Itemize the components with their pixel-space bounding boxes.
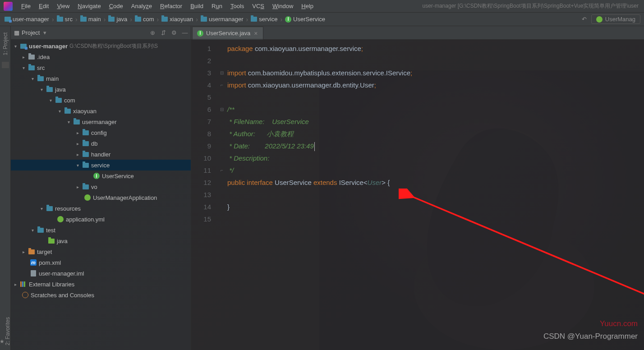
locate-icon[interactable]: ⊕ xyxy=(149,30,156,36)
editor-tab-userservice[interactable]: I UserService.java × xyxy=(192,27,263,39)
tree-vo[interactable]: ▸vo xyxy=(11,181,191,192)
tree-userservice[interactable]: ▸IUserService xyxy=(11,170,191,181)
crumb-main[interactable]: main xyxy=(79,16,102,23)
project-panel: ▦ Project ▾ ⊕ ⇵ ⚙ — ▾user-managerG:\CSDN… xyxy=(11,26,191,350)
intellij-icon xyxy=(4,2,13,11)
menu-view[interactable]: View xyxy=(53,0,74,12)
menu-tools[interactable]: Tools xyxy=(226,0,248,12)
menu-code[interactable]: Code xyxy=(105,0,127,12)
crumb-service[interactable]: service xyxy=(250,16,278,23)
tree-target[interactable]: ▸target xyxy=(11,246,191,257)
menubar: File Edit View Navigate Code Analyze Ref… xyxy=(0,0,644,13)
menu-file[interactable]: File xyxy=(17,0,35,12)
tree-xiaoyuan[interactable]: ▾xiaoyuan xyxy=(11,106,191,116)
crumb-com[interactable]: com xyxy=(134,16,155,23)
menu-window[interactable]: Window xyxy=(268,0,297,12)
crumb-src[interactable]: src xyxy=(56,16,74,23)
left-tool-strip: 1: Project 2: Favorites xyxy=(0,26,11,350)
crumb-usermanager[interactable]: usermanager xyxy=(200,16,244,23)
tree-iml[interactable]: ▸user-manager.iml xyxy=(11,268,191,279)
menu-build[interactable]: Build xyxy=(186,0,207,12)
back-nav-icon[interactable]: ↶ xyxy=(581,16,588,23)
tree-service[interactable]: ▾service xyxy=(11,160,191,170)
tool-structure-icon[interactable] xyxy=(2,62,9,68)
close-tab-icon[interactable]: × xyxy=(253,30,258,37)
tree-usermanager[interactable]: ▾usermanager xyxy=(11,116,191,127)
tree-test[interactable]: ▾test xyxy=(11,225,191,235)
tree-app-class[interactable]: ▸UserManagerApplication xyxy=(11,192,191,203)
tree-db[interactable]: ▸db xyxy=(11,138,191,149)
project-tree[interactable]: ▾user-managerG:\CSDN教程\SpringBoot项目系列\S … xyxy=(11,40,191,350)
spring-boot-icon xyxy=(596,16,603,23)
project-view-dropdown-icon[interactable]: ▾ xyxy=(43,29,46,36)
tool-favorites-tab[interactable]: 2: Favorites xyxy=(0,314,11,348)
tree-main[interactable]: ▾main xyxy=(11,73,191,84)
menu-edit[interactable]: Edit xyxy=(35,0,53,12)
tree-scratches[interactable]: ▸Scratches and Consoles xyxy=(11,290,191,300)
run-configuration[interactable]: UserManag xyxy=(591,14,640,24)
settings-icon[interactable]: ⚙ xyxy=(171,30,177,36)
tree-resources[interactable]: ▾resources xyxy=(11,203,191,214)
crumb-xiaoyuan[interactable]: xiaoyuan xyxy=(161,16,194,23)
tree-application-yml[interactable]: ▸application.yml xyxy=(11,214,191,225)
project-panel-header: ▦ Project ▾ ⊕ ⇵ ⚙ — xyxy=(11,26,191,40)
project-panel-title: Project xyxy=(22,29,40,36)
collapse-all-icon[interactable]: ⇵ xyxy=(160,30,166,36)
code-content[interactable]: package com.xiaoyuan.usermanager.service… xyxy=(225,40,644,350)
crumb-java[interactable]: java xyxy=(107,16,128,23)
text-caret xyxy=(314,142,315,151)
menu-refactor[interactable]: Refactor xyxy=(156,0,186,12)
tool-project-tab[interactable]: 1: Project xyxy=(2,30,9,58)
editor-tabbar: I UserService.java × xyxy=(191,26,644,40)
tree-com[interactable]: ▾com xyxy=(11,95,191,106)
tree-idea[interactable]: ▸.idea xyxy=(11,51,191,62)
tree-root[interactable]: ▾user-managerG:\CSDN教程\SpringBoot项目系列\S xyxy=(11,41,191,51)
menu-analyze[interactable]: Analyze xyxy=(127,0,156,12)
project-info-label: user-manager [G:\CSDN教程\SpringBoot项目系列\S… xyxy=(423,2,642,10)
tree-pom[interactable]: ▸mpom.xml xyxy=(11,257,191,268)
navigation-bar: user-manager› src› main› java› com› xiao… xyxy=(0,13,644,26)
tree-java-test[interactable]: ▸java xyxy=(11,235,191,246)
menu-help[interactable]: Help xyxy=(297,0,317,12)
watermark-site: Yuucn.com xyxy=(600,319,638,328)
editor-area: I UserService.java × 1 2 3 4 5 6 7 8 9 1… xyxy=(191,26,644,350)
editor-tab-label: UserService.java xyxy=(206,30,250,37)
tree-config[interactable]: ▸config xyxy=(11,127,191,138)
tree-external-libraries[interactable]: ▸External Libraries xyxy=(11,279,191,290)
menu-navigate[interactable]: Navigate xyxy=(74,0,105,12)
crumb-userservice[interactable]: IUserService xyxy=(284,16,326,23)
code-editor[interactable]: 1 2 3 4 5 6 7 8 9 10 11 12 13 14 15 ⊟⌐ ⊟… xyxy=(191,40,644,350)
tree-handler[interactable]: ▸handler xyxy=(11,149,191,160)
menu-vcs[interactable]: VCS xyxy=(248,0,268,12)
crumb-user-manager[interactable]: user-manager xyxy=(4,16,50,23)
interface-icon: I xyxy=(197,30,203,37)
fold-gutter[interactable]: ⊟⌐ ⊟⌐ xyxy=(218,40,225,350)
tree-src[interactable]: ▾src xyxy=(11,62,191,73)
hide-panel-icon[interactable]: — xyxy=(182,30,188,36)
watermark-csdn: CSDN @Yuan-Programmer xyxy=(543,332,638,341)
menu-run[interactable]: Run xyxy=(207,0,226,12)
project-view-icon: ▦ xyxy=(14,30,20,36)
tree-java[interactable]: ▾java xyxy=(11,84,191,95)
line-number-gutter: 1 2 3 4 5 6 7 8 9 10 11 12 13 14 15 xyxy=(191,40,218,350)
